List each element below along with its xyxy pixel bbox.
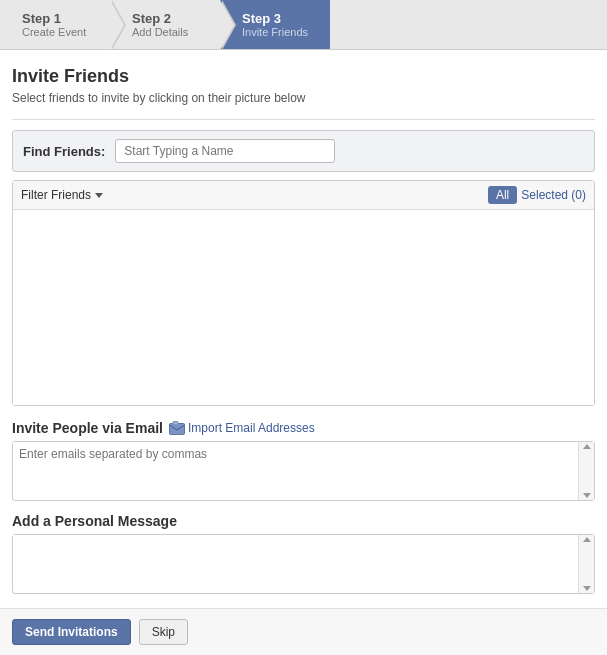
skip-button[interactable]: Skip bbox=[139, 619, 188, 645]
filter-bar: Filter Friends All Selected (0) bbox=[13, 181, 594, 210]
email-scroll-down-icon[interactable] bbox=[583, 493, 591, 498]
friends-section-box: Filter Friends All Selected (0) bbox=[12, 180, 595, 406]
main-content: Invite Friends Select friends to invite … bbox=[0, 50, 607, 655]
invite-email-title: Invite People via Email bbox=[12, 420, 163, 436]
bottom-buttons: Send Invitations Skip bbox=[0, 608, 607, 655]
step2-label: Add Details bbox=[132, 26, 202, 38]
selected-link[interactable]: Selected (0) bbox=[521, 188, 586, 202]
svg-rect-1 bbox=[173, 422, 178, 425]
title-divider bbox=[12, 119, 595, 120]
email-textarea[interactable] bbox=[13, 442, 594, 497]
filter-friends-button[interactable]: Filter Friends bbox=[21, 188, 103, 202]
step3-number: Step 3 bbox=[242, 11, 312, 26]
svg-rect-0 bbox=[169, 424, 184, 435]
page-title: Invite Friends bbox=[12, 66, 595, 87]
friends-grid bbox=[13, 210, 594, 405]
email-scroll-up-icon[interactable] bbox=[583, 444, 591, 449]
find-friends-label: Find Friends: bbox=[23, 144, 105, 159]
step2-number: Step 2 bbox=[132, 11, 202, 26]
personal-msg-scroll-up-icon[interactable] bbox=[583, 537, 591, 542]
wizard-step-2[interactable]: Step 2 Add Details bbox=[110, 0, 220, 49]
filter-arrow-icon bbox=[95, 193, 103, 198]
personal-msg-scroll-down-icon[interactable] bbox=[583, 586, 591, 591]
step1-number: Step 1 bbox=[22, 11, 92, 26]
wizard-step-1[interactable]: Step 1 Create Event bbox=[0, 0, 110, 49]
filter-friends-label: Filter Friends bbox=[21, 188, 91, 202]
import-email-icon bbox=[169, 421, 185, 435]
send-invitations-button[interactable]: Send Invitations bbox=[12, 619, 131, 645]
all-button[interactable]: All bbox=[488, 186, 517, 204]
wizard-step-3[interactable]: Step 3 Invite Friends bbox=[220, 0, 330, 49]
find-friends-input[interactable] bbox=[115, 139, 335, 163]
filter-right: All Selected (0) bbox=[488, 186, 586, 204]
step3-label: Invite Friends bbox=[242, 26, 312, 38]
email-textarea-wrap bbox=[12, 441, 595, 501]
import-label: Import Email Addresses bbox=[188, 421, 315, 435]
page-subtitle: Select friends to invite by clicking on … bbox=[12, 91, 595, 105]
wizard-bar: Step 1 Create Event Step 2 Add Details S… bbox=[0, 0, 607, 50]
personal-msg-scrollbar[interactable] bbox=[578, 535, 594, 593]
find-friends-row: Find Friends: bbox=[12, 130, 595, 172]
invite-email-header: Invite People via Email Import Email Add… bbox=[12, 420, 595, 436]
personal-message-wrap bbox=[12, 534, 595, 594]
step1-label: Create Event bbox=[22, 26, 92, 38]
personal-message-textarea[interactable] bbox=[13, 535, 594, 590]
email-scrollbar[interactable] bbox=[578, 442, 594, 500]
personal-message-title: Add a Personal Message bbox=[12, 513, 595, 529]
import-email-link[interactable]: Import Email Addresses bbox=[169, 421, 315, 435]
